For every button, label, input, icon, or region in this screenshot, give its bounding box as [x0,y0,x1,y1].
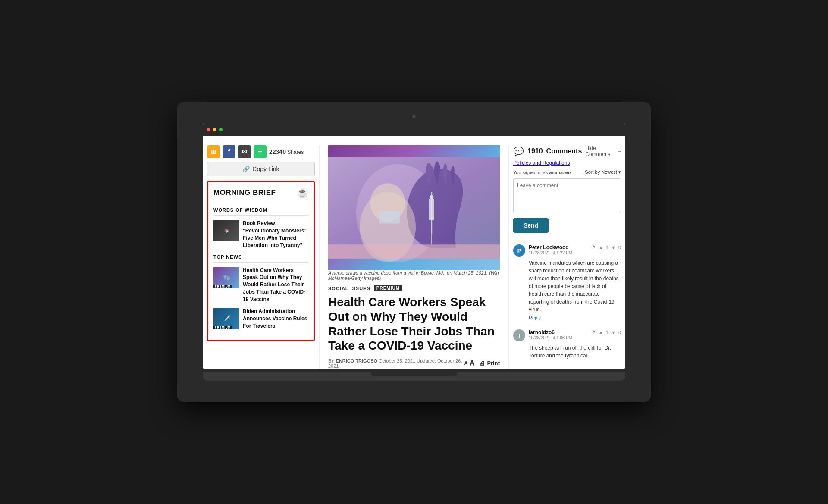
updated-label: Updated: [417,358,436,363]
article-main: A nurse draws a vaccine dose from a vial… [319,145,509,368]
comment-actions-1: ⚑ ▲ 1 ▼ 0 [592,244,621,250]
news-title-2: Biden Administration Announces Vaccine R… [243,308,308,329]
laptop-notch [371,372,457,376]
image-caption: A nurse draws a vaccine dose from a vial… [328,270,500,281]
copy-link-button[interactable]: 🔗 Copy Link [207,162,315,176]
premium-badge-1: PREMIUM [213,285,232,288]
comment-actions-2: ⚑ ▲ 1 ▼ 0 [592,329,621,335]
chevron-down-icon: ▾ [618,169,621,175]
share-count: 22340 Shares [269,148,304,155]
maximize-window-icon[interactable] [219,128,223,131]
article-headline: Health Care Workers Speak Out on Why The… [328,295,500,353]
font-increase-icon[interactable]: A [470,360,475,367]
comment-meta-2: larnoldzo6 10/28/2021 at 1:06 PM [529,329,572,340]
laptop-frame: ⊞ f ✉ + 22340 Shares 🔗 Copy Link [177,102,651,402]
share-count-number: 22340 [269,148,286,155]
comment-author-2: larnoldzo6 [529,329,572,335]
reply-link-1[interactable]: Reply [529,315,621,320]
downvote-count-2: 0 [618,330,621,335]
comment-flag-icon[interactable]: ⚑ [592,244,596,250]
svg-rect-8 [379,211,400,223]
minimize-window-icon[interactable] [213,128,216,131]
book-thumb: 📚 [213,220,239,241]
close-window-icon[interactable] [207,128,210,131]
comment-author-1: Peter Lockwood [529,244,572,250]
comment-upvote-icon[interactable]: ▲ [599,245,603,250]
by-label: BY [328,358,334,363]
browser-top-bar [203,123,625,136]
copy-link-label: Copy Link [252,166,279,172]
svg-rect-9 [328,245,500,259]
downvote-count-1: 0 [618,245,621,250]
byline-right: A A 🖨 Print [464,360,500,367]
news-item-1[interactable]: 🧤 PREMIUM Health Care Workers Speak Out … [213,267,308,303]
laptop-base [203,372,625,381]
font-size-control[interactable]: A A [464,360,474,367]
share-icon[interactable]: ⊞ [207,145,220,158]
facebook-share-icon[interactable]: f [223,145,235,158]
comments-count: 1910 [527,147,543,155]
font-decrease-icon[interactable]: A [464,360,468,366]
premium-badge-2: PREMIUM [213,326,232,329]
comment-item-2: l larnoldzo6 10/28/2021 at 1:06 PM ⚑ ▲ 1… [513,325,621,364]
comments-meta: You signed in as amma.wix Sort by Newest… [513,169,621,175]
hide-comments-label: Hide Comments [585,145,617,157]
comments-panel: 💬 1910 Comments Hide Comments − Policies… [509,145,621,368]
book-review-item[interactable]: 📚 Book Review: "Revolutionary Monsters: … [213,220,308,249]
printer-icon: 🖨 [480,360,485,366]
words-of-wisdom-heading: WORDS OF WISDOM [213,207,308,216]
comment-date-2: 10/28/2021 at 1:06 PM [529,335,572,340]
news-title-1: Health Care Workers Speak Out on Why The… [243,267,308,303]
comment-avatar-2: l [513,329,525,341]
comments-label: Comments [546,147,582,155]
comment-downvote-icon[interactable]: ▼ [611,245,616,250]
email-share-icon[interactable]: ✉ [238,145,251,158]
article-tag-row: SOCIAL ISSUES PREMIUM [328,285,500,291]
article-image-container: A nurse draws a vaccine dose from a vial… [328,145,500,281]
upvote-count-1: 1 [606,245,608,250]
article-image [328,145,500,270]
more-share-icon[interactable]: + [254,145,267,158]
byline-author: ENRICO TRIGOSO [336,358,378,363]
sort-button[interactable]: Sort by Newest ▾ [585,169,621,175]
svg-rect-3 [429,199,434,220]
comment-meta-1: Peter Lockwood 10/28/2021 at 1:22 PM [529,244,572,255]
browser-content: ⊞ f ✉ + 22340 Shares 🔗 Copy Link [203,141,625,368]
comment-body-2: The sheep will run off the cliff for Dr.… [529,344,621,360]
article-tag[interactable]: SOCIAL ISSUES [328,286,370,291]
screen: ⊞ f ✉ + 22340 Shares 🔗 Copy Link [203,123,625,368]
comment-header-2: l larnoldzo6 10/28/2021 at 1:06 PM ⚑ ▲ 1… [513,329,621,341]
morning-brief-title: MORNING BRIEF [213,188,276,197]
comment-downvote-icon-2[interactable]: ▼ [611,330,616,335]
send-label: Send [524,222,538,229]
left-sidebar: ⊞ f ✉ + 22340 Shares 🔗 Copy Link [207,145,319,368]
link-icon: 🔗 [242,166,250,172]
send-comment-button[interactable]: Send [513,218,549,233]
morning-brief-box: MORNING BRIEF ☕ WORDS OF WISDOM 📚 Book R… [207,181,315,341]
coffee-icon: ☕ [297,187,308,198]
news-thumb-1: 🧤 PREMIUM [213,267,239,288]
main-layout: ⊞ f ✉ + 22340 Shares 🔗 Copy Link [203,145,625,368]
comments-username: amma.wix [549,170,572,175]
article-date: October 25, 2021 [379,358,415,363]
hide-comments-button[interactable]: Hide Comments − [585,145,621,157]
comment-flag-icon-2[interactable]: ⚑ [592,329,596,335]
comment-input[interactable] [513,178,621,213]
signed-in-text: You signed in as amma.wix [513,170,572,175]
article-byline: BY ENRICO TRIGOSO October 25, 2021 Updat… [328,358,500,369]
comment-upvote-icon-2[interactable]: ▲ [599,330,603,335]
print-button[interactable]: 🖨 Print [480,360,500,366]
comment-header-1: P Peter Lockwood 10/28/2021 at 1:22 PM ⚑… [513,244,621,257]
svg-point-5 [430,195,434,200]
policies-link[interactable]: Policies and Regulations [513,160,621,166]
hide-comments-icon: − [618,148,621,154]
top-news-heading: TOP NEWS [213,254,308,263]
news-thumb-2: ✈️ PREMIUM [213,308,239,329]
book-review-title: Book Review: "Revolutionary Monsters: Fi… [243,220,308,249]
avatar-initial-2: l [518,332,520,339]
news-item-2[interactable]: ✈️ PREMIUM Biden Administration Announce… [213,308,308,329]
article-image-svg [328,145,500,270]
comment-avatar-1: P [513,244,525,257]
share-bar: ⊞ f ✉ + 22340 Shares [207,145,315,158]
avatar-initial-1: P [518,247,521,254]
